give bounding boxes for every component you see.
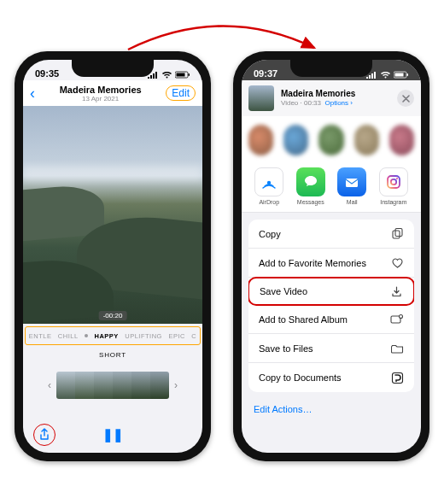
mail-icon [337, 167, 366, 196]
app-instagram[interactable]: Instagram [375, 167, 412, 205]
phone-right: 09:37 Madeira Memories Video · 00:33 Opt… [233, 51, 429, 461]
copy-icon [391, 227, 404, 240]
documents-icon [391, 372, 404, 384]
mood-option[interactable]: EPIC [168, 332, 185, 340]
length-label: SHORT [23, 345, 202, 364]
svg-rect-1 [177, 73, 185, 77]
status-icons [365, 71, 409, 79]
action-label: Save Video [260, 286, 307, 296]
action-list: Copy Add to Favorite Memories Save Video… [248, 220, 414, 392]
chevron-right-icon: › [350, 99, 353, 107]
svg-rect-8 [388, 176, 400, 188]
action-copy-documents[interactable]: Copy to Documents [248, 363, 414, 392]
avatar[interactable] [354, 125, 379, 155]
nav-title-group: Madeira Memories 13 Apr 2021 [60, 85, 142, 103]
play-controls: ❚❚ [23, 424, 202, 446]
nav-bar: ‹ Madeira Memories 13 Apr 2021 Edit [23, 80, 202, 106]
flow-arrow [111, 15, 333, 58]
back-button[interactable]: ‹ [30, 85, 35, 103]
action-save-video[interactable]: Save Video [248, 277, 414, 306]
action-favorite[interactable]: Add to Favorite Memories [248, 249, 414, 278]
people-suggestions [242, 116, 421, 164]
sheet-subtitle: Video · 00:33 [281, 99, 321, 107]
svg-rect-12 [395, 229, 402, 237]
svg-rect-2 [189, 73, 190, 76]
messages-icon [296, 167, 325, 196]
share-sheet-header: Madeira Memories Video · 00:33 Options › [242, 80, 421, 116]
page-title: Madeira Memories [60, 85, 142, 95]
airdrop-icon [254, 167, 283, 196]
battery-icon [394, 71, 409, 79]
mood-selector[interactable]: ENTLE CHILL HAPPY UPLIFTING EPIC C [25, 326, 201, 345]
status-icons [147, 71, 190, 79]
close-icon [402, 95, 410, 103]
app-row: AirDrop Messages Mail [242, 164, 421, 213]
mood-option[interactable]: C [191, 332, 196, 340]
battery-icon [175, 71, 190, 79]
action-label: Copy [259, 229, 281, 239]
header-thumbnail [248, 85, 274, 111]
action-copy[interactable]: Copy [248, 220, 414, 249]
svg-point-10 [396, 178, 398, 179]
action-save-to-files[interactable]: Save to Files [248, 334, 414, 363]
options-link[interactable]: Options [324, 99, 348, 107]
avatar[interactable] [389, 125, 414, 155]
svg-point-9 [391, 179, 396, 185]
action-shared-album[interactable]: Add to Shared Album [248, 305, 414, 334]
download-icon [390, 285, 403, 298]
folder-icon [391, 343, 404, 354]
sheet-title: Madeira Memories [281, 89, 390, 99]
wifi-icon [161, 71, 172, 79]
edit-button[interactable]: Edit [166, 85, 196, 101]
heart-icon [391, 257, 404, 269]
wifi-icon [380, 71, 391, 79]
avatar[interactable] [248, 125, 273, 155]
notch [290, 60, 372, 77]
remaining-time: -00:20 [99, 311, 127, 320]
app-label: AirDrop [259, 199, 279, 205]
mood-dot-icon [85, 334, 88, 337]
app-label: Instagram [380, 199, 406, 205]
action-label: Add to Shared Album [259, 314, 348, 325]
app-mail[interactable]: Mail [333, 167, 371, 205]
timeline[interactable]: ‹ › [23, 364, 202, 407]
app-messages[interactable]: Messages [292, 167, 330, 205]
svg-point-14 [400, 315, 403, 319]
app-airdrop[interactable]: AirDrop [250, 167, 288, 205]
mood-option[interactable]: UPLIFTING [125, 332, 162, 340]
app-label: Messages [297, 199, 324, 205]
chevron-left-icon[interactable]: ‹ [43, 379, 56, 391]
timeline-frames[interactable] [56, 372, 169, 399]
svg-rect-11 [393, 231, 400, 238]
action-label: Add to Favorite Memories [259, 258, 366, 268]
status-time: 09:35 [35, 68, 59, 79]
avatar[interactable] [283, 125, 308, 155]
mood-option[interactable]: CHILL [58, 332, 79, 340]
svg-rect-5 [407, 73, 409, 76]
instagram-icon [379, 167, 408, 196]
avatar[interactable] [318, 125, 343, 155]
shared-album-icon [390, 314, 404, 325]
chevron-right-icon[interactable]: › [169, 379, 183, 391]
mood-option[interactable]: ENTLE [29, 332, 52, 340]
close-button[interactable] [397, 90, 414, 107]
phone-left: 09:35 ‹ Madeira Memories 13 Apr 2021 Edi… [15, 51, 211, 461]
action-label: Copy to Documents [259, 372, 342, 383]
action-label: Save to Files [259, 343, 313, 354]
memory-photo[interactable]: -00:20 [23, 106, 202, 324]
app-label: Mail [347, 199, 358, 205]
pause-button[interactable]: ❚❚ [102, 427, 123, 442]
svg-rect-7 [346, 179, 358, 187]
notch [72, 60, 154, 77]
svg-rect-4 [395, 73, 404, 77]
status-time: 09:37 [254, 68, 278, 79]
page-subtitle: 13 Apr 2021 [60, 95, 142, 103]
mood-option-selected[interactable]: HAPPY [94, 332, 118, 340]
share-button[interactable] [33, 424, 56, 446]
share-icon [38, 428, 50, 442]
edit-actions-link[interactable]: Edit Actions… [242, 399, 421, 414]
